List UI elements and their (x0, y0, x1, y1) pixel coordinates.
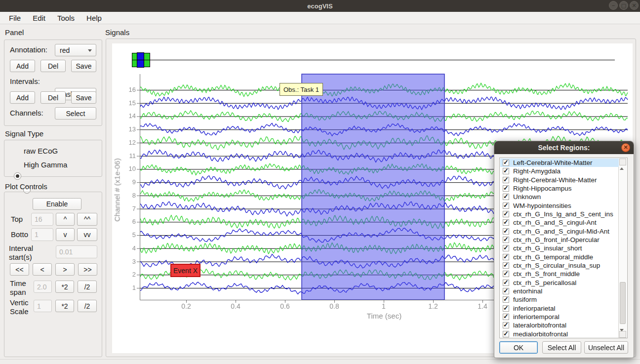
region-label: Right-Hippocampus (513, 185, 572, 192)
annotation-save-button[interactable]: Save (71, 60, 96, 72)
region-row[interactable]: Unknown (500, 193, 619, 201)
page-last-button[interactable]: >> (78, 263, 97, 276)
channel-down-fast-button[interactable]: vv (77, 228, 97, 241)
region-checkbox-checked[interactable] (503, 296, 509, 303)
panel-section-label: Panel (5, 28, 24, 37)
region-checkbox-checked[interactable] (503, 202, 509, 209)
region-row[interactable]: inferiortemporal (500, 313, 619, 321)
scrollbar-thumb[interactable] (620, 282, 626, 324)
channel-up-fast-button[interactable]: ^^ (77, 213, 97, 226)
select-regions-dialog: Select Regions: ✕ Left-Cerebral-White-Ma… (494, 141, 634, 358)
unselect-all-button[interactable]: Unselect All (584, 341, 628, 354)
region-label: Left-Cerebral-White-Matter (513, 159, 593, 166)
region-row[interactable]: WM-hypointensities (500, 202, 619, 210)
region-checkbox-checked[interactable] (503, 322, 509, 328)
region-checkbox-checked[interactable] (503, 305, 509, 312)
bottom-input[interactable]: 1 (31, 228, 53, 241)
region-row[interactable]: ctx_rh_G_Ins_lg_and_S_cent_ins (500, 210, 619, 218)
dialog-close-icon[interactable]: ✕ (621, 143, 630, 152)
intervals-del-button[interactable]: Del (40, 91, 66, 104)
region-row[interactable]: inferiorparietal (500, 304, 619, 313)
region-row[interactable]: ctx_rh_G_temporal_middle (500, 253, 619, 261)
page-back-button[interactable]: < (33, 263, 52, 276)
annotation-combo[interactable]: red (55, 44, 96, 56)
region-checkbox-checked[interactable] (503, 194, 509, 200)
region-row[interactable]: entorhinal (500, 287, 619, 295)
region-row[interactable]: Left-Cerebral-White-Matter (500, 159, 619, 167)
regions-scrollbar[interactable] (618, 159, 627, 338)
radio-raw-ecog[interactable] (14, 172, 21, 180)
page-first-button[interactable]: << (10, 263, 29, 276)
page-forward-button[interactable]: > (55, 263, 75, 276)
signals-section-label: Signals (105, 28, 129, 37)
region-checkbox-checked[interactable] (503, 168, 509, 174)
menu-file[interactable]: File (3, 13, 27, 23)
close-button[interactable]: ✕ (630, 1, 639, 10)
region-checkbox-checked[interactable] (503, 185, 509, 192)
region-row[interactable]: ctx_rh_S_pericallosal (500, 279, 619, 287)
region-label: WM-hypointensities (513, 202, 571, 209)
region-row[interactable]: ctx_rh_G_insular_short (500, 244, 619, 252)
vertical-scale-half-button[interactable]: /2 (78, 300, 97, 312)
region-row[interactable]: medialorbitofrontal (500, 330, 619, 338)
intervals-add-button[interactable]: Add (10, 91, 35, 104)
scroll-down-icon[interactable] (619, 331, 626, 338)
select-all-button[interactable]: Select All (542, 341, 581, 354)
intervals-save-button[interactable]: Save (71, 91, 96, 104)
y-tick-label: 12 (121, 139, 136, 146)
ok-button[interactable]: OK (499, 341, 538, 354)
y-tick-label: 14 (121, 112, 136, 120)
region-checkbox-checked[interactable] (503, 314, 509, 320)
annotation-del-button[interactable]: Del (40, 60, 66, 72)
region-checkbox-checked[interactable] (503, 219, 509, 226)
region-checkbox-checked[interactable] (503, 228, 509, 235)
region-row[interactable]: ctx_rh_G_and_S_cingul-Mid-Ant (500, 227, 619, 236)
region-row[interactable]: ctx_rh_S_circular_insula_sup (500, 261, 619, 270)
annotation-add-button[interactable]: Add (10, 60, 35, 72)
region-checkbox-checked[interactable] (503, 245, 509, 251)
menu-bar: FileEditToolsHelp (0, 12, 640, 24)
observation-tooltip: Obs.: Task 1 (280, 83, 323, 96)
time-span-x2-button[interactable]: *2 (55, 281, 74, 293)
menu-help[interactable]: Help (80, 13, 108, 23)
minimize-button[interactable]: − (609, 1, 618, 10)
region-checkbox-checked[interactable] (503, 331, 509, 337)
menu-edit[interactable]: Edit (27, 13, 51, 23)
time-span-input[interactable]: 2.0 (34, 281, 52, 293)
region-row[interactable]: lateralorbitofrontal (500, 321, 619, 329)
region-row[interactable]: Right-Cerebral-White-Matter (500, 176, 619, 184)
region-checkbox-checked[interactable] (503, 262, 509, 269)
time-span-half-button[interactable]: /2 (78, 281, 97, 293)
region-checkbox-checked[interactable] (503, 280, 509, 286)
channel-up-button[interactable]: ^ (56, 213, 75, 226)
y-tick-label: 11 (121, 152, 136, 160)
event-x-annotation[interactable]: Event X (170, 264, 200, 277)
region-checkbox-checked[interactable] (503, 271, 509, 277)
scroll-up-icon[interactable] (619, 159, 626, 165)
region-checkbox-checked[interactable] (503, 237, 509, 243)
region-checkbox-checked[interactable] (503, 254, 509, 260)
interval-start-input[interactable]: 0.01 (56, 245, 97, 258)
dialog-title-bar[interactable]: Select Regions: ✕ (494, 141, 634, 154)
maximize-button[interactable]: ▢ (619, 1, 628, 10)
y-tick-label: 16 (121, 86, 136, 93)
channels-select-button[interactable]: Select (55, 107, 96, 120)
region-row[interactable]: Right-Amygdala (500, 167, 619, 175)
region-row[interactable]: ctx_rh_G_front_inf-Opercular (500, 236, 619, 244)
region-row[interactable]: fusiform (500, 295, 619, 304)
menu-tools[interactable]: Tools (51, 13, 80, 23)
vertical-scale-input[interactable]: 1 (34, 300, 52, 312)
region-checkbox-checked[interactable] (503, 288, 509, 294)
vertical-scale-x2-button[interactable]: *2 (55, 300, 74, 312)
enable-button[interactable]: Enable (33, 198, 81, 210)
window-title: ecogVIS (307, 2, 332, 10)
channel-down-button[interactable]: v (56, 228, 75, 241)
region-checkbox-checked[interactable] (503, 160, 509, 166)
region-label: Right-Cerebral-White-Matter (513, 176, 597, 184)
region-row[interactable]: ctx_rh_G_and_S_cingul-Ant (500, 218, 619, 227)
top-input[interactable]: 16 (31, 213, 53, 226)
region-row[interactable]: ctx_rh_S_front_middle (500, 270, 619, 278)
region-checkbox-checked[interactable] (503, 177, 509, 183)
region-row[interactable]: Right-Hippocampus (500, 184, 619, 193)
region-checkbox-checked[interactable] (503, 211, 509, 217)
